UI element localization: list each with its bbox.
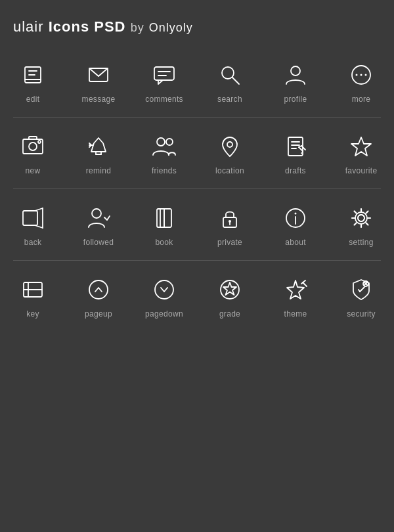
drafts-label: drafts (285, 166, 306, 175)
grade-icon-item: grade (197, 270, 263, 322)
title-part2: Icons (49, 18, 95, 35)
security-icon-item: security (328, 270, 394, 322)
about-icon-item: about (263, 198, 328, 251)
book-icon (150, 204, 179, 233)
back-icon-item: back (0, 198, 66, 251)
title-author: Onlyoly (149, 21, 193, 34)
svg-line-33 (299, 146, 301, 147)
about-icon (281, 204, 310, 233)
title-part1: ulair (13, 18, 49, 35)
svg-point-26 (227, 142, 232, 147)
remind-icon (84, 132, 113, 161)
svg-point-57 (155, 280, 173, 299)
svg-point-49 (295, 213, 297, 215)
private-icon-item: private (197, 198, 263, 251)
key-icon-item: key (0, 270, 66, 322)
edit-label: edit (26, 95, 40, 104)
svg-point-25 (166, 139, 173, 145)
pageup-label: pageup (85, 309, 112, 319)
theme-label: theme (284, 309, 307, 319)
remind-icon-item: remind (66, 127, 131, 179)
message-icon (84, 60, 113, 89)
followed-icon-item: followed (66, 198, 131, 251)
svg-rect-5 (154, 67, 174, 80)
search-label: search (217, 95, 242, 104)
divider-2 (13, 188, 381, 189)
setting-icon-item: setting (328, 198, 394, 251)
location-icon-item: location (197, 127, 263, 179)
svg-rect-36 (23, 211, 37, 225)
message-label: message (82, 95, 116, 104)
pagedown-icon-item: pagedown (131, 270, 197, 322)
edit-icon (18, 60, 47, 89)
header: ulair Icons PSD by Onlyoly (0, 0, 394, 49)
friends-icon-item: friends (131, 127, 197, 179)
private-label: private (217, 238, 242, 247)
icon-row-4: key pageup pagedown grade (0, 263, 394, 329)
more-label: more (352, 95, 371, 104)
location-label: location (215, 166, 244, 175)
svg-marker-35 (351, 137, 371, 156)
more-icon (347, 60, 376, 89)
svg-line-64 (360, 287, 364, 292)
page-title: ulair Icons PSD by Onlyoly (13, 18, 394, 35)
svg-point-52 (358, 215, 364, 221)
svg-rect-15 (23, 139, 43, 154)
pagedown-icon (150, 275, 179, 304)
grade-icon (215, 275, 244, 304)
svg-point-51 (355, 212, 367, 224)
svg-point-12 (356, 74, 358, 76)
edit-icon-item: edit (0, 55, 66, 108)
icon-row-3: back followed book (0, 192, 394, 257)
friends-label: friends (152, 166, 177, 175)
back-label: back (24, 238, 42, 247)
svg-point-17 (29, 143, 37, 150)
svg-rect-43 (160, 209, 164, 227)
new-label: new (26, 166, 41, 175)
followed-label: followed (83, 238, 114, 247)
title-part3: PSD (94, 18, 125, 35)
svg-marker-59 (223, 282, 236, 295)
grade-label: grade (219, 309, 240, 319)
svg-marker-19 (91, 138, 106, 152)
back-icon (18, 204, 47, 233)
security-label: security (347, 309, 376, 319)
title-by: by (131, 21, 144, 34)
favourite-icon (347, 132, 376, 161)
favourite-label: favourite (345, 166, 378, 175)
setting-label: setting (349, 238, 373, 247)
svg-point-8 (222, 67, 234, 79)
drafts-icon-item: drafts (263, 127, 328, 179)
svg-point-40 (92, 209, 101, 218)
search-icon-item: search (197, 55, 263, 108)
pageup-icon (84, 275, 113, 304)
svg-line-9 (232, 78, 239, 84)
svg-rect-16 (29, 137, 37, 139)
key-label: key (26, 309, 39, 319)
theme-icon (281, 275, 310, 304)
svg-point-13 (361, 74, 362, 76)
message-icon-item: message (66, 55, 131, 108)
svg-line-37 (35, 208, 43, 211)
setting-icon (347, 204, 376, 233)
pagedown-label: pagedown (145, 309, 183, 319)
svg-point-24 (157, 138, 165, 146)
about-label: about (285, 238, 306, 247)
book-icon-item: book (131, 198, 197, 251)
svg-point-14 (365, 74, 367, 76)
private-icon (215, 204, 244, 233)
new-icon-item: new (0, 127, 66, 179)
svg-line-62 (303, 282, 307, 286)
divider-3 (13, 260, 381, 261)
security-icon (347, 275, 376, 304)
divider-1 (13, 117, 381, 118)
drafts-icon (281, 132, 310, 161)
svg-line-32 (301, 146, 305, 150)
key-icon (18, 275, 47, 304)
icon-row-1: edit message comments (0, 49, 394, 114)
comments-icon-item: comments (131, 55, 197, 108)
comments-label: comments (145, 95, 183, 104)
icon-row-2: new remind friends (0, 120, 394, 186)
more-icon-item: more (328, 55, 394, 108)
followed-icon (84, 204, 113, 233)
